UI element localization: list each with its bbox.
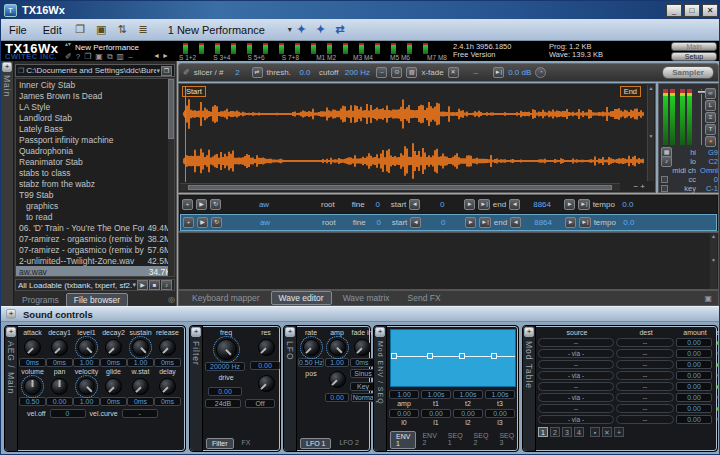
file-list-item[interactable]: 07-ramirez - orgasmico (remix by57.6M (16, 244, 174, 255)
mod-page-3[interactable]: 3 (562, 427, 572, 437)
tempo-value[interactable]: 0.0 (619, 218, 639, 227)
filter-res-knob[interactable] (258, 339, 275, 356)
env-t1-value[interactable]: 1.00s (421, 390, 451, 399)
group-volume-slider[interactable] (701, 89, 702, 145)
expand-mod-table-icon[interactable]: + (524, 327, 534, 337)
open-folder-icon[interactable]: ❐ (72, 23, 89, 36)
mod-amount-value[interactable]: 0.00 (676, 393, 712, 402)
performance-name[interactable]: New Performance (75, 43, 139, 52)
minimize-button[interactable]: _ (666, 4, 682, 17)
performance-selector[interactable]: 1 New Performance (168, 24, 288, 36)
mod-dest-select[interactable]: -- (616, 404, 674, 413)
mod-add-button[interactable]: + (614, 427, 624, 437)
mod-amount-value[interactable]: 0.00 (676, 338, 712, 347)
root-label[interactable]: root (322, 218, 336, 227)
tab-keyboard-mapper[interactable]: Keyboard mapper (185, 292, 267, 304)
start-back-icon[interactable]: ◄ (409, 199, 420, 210)
start-value[interactable]: 0 (424, 218, 462, 227)
prev-icon[interactable]: ◄ (153, 52, 160, 59)
next-icon[interactable]: ► (162, 52, 169, 59)
hi-key-value[interactable]: G9 (698, 148, 718, 157)
mod-curve-icon[interactable]: ✳ (714, 372, 720, 380)
level1-knob[interactable] (78, 339, 95, 356)
envelope-handle[interactable] (491, 353, 497, 359)
setup-button[interactable]: Setup (671, 52, 717, 61)
expand-aeg-icon[interactable]: + (6, 327, 16, 337)
mod-amount-value[interactable]: 0.00 (676, 415, 712, 424)
mod-dest-select[interactable]: -- (616, 338, 674, 347)
file-list-item[interactable]: 2-unlimited--Twilight-Zone.wav42.5M (16, 255, 174, 266)
xfade-value[interactable]: – (463, 68, 489, 77)
start-snap-icon[interactable]: ►| (478, 199, 490, 210)
level1-value[interactable]: 1.00 (73, 358, 100, 367)
file-list-item[interactable]: James Brown Is Dead (16, 90, 174, 101)
cc-checkbox[interactable] (661, 176, 668, 183)
slice-name[interactable]: aw (224, 200, 304, 209)
filter-drive-knob[interactable] (258, 375, 275, 392)
decay2-knob[interactable] (105, 339, 122, 356)
search-icon[interactable]: ◎ (168, 295, 175, 304)
mod-source-select[interactable]: -- (538, 338, 614, 347)
pan-value[interactable]: 0.00 (46, 397, 73, 406)
expand-main-icon[interactable]: + (2, 62, 12, 72)
mod-via-select[interactable]: - via - (538, 371, 614, 380)
slice-apply-button[interactable]: ⇄ (252, 67, 263, 78)
latch-button[interactable]: L (705, 100, 716, 111)
to-end-button[interactable]: ►| (493, 67, 505, 78)
zoom-in-icon[interactable]: + (640, 182, 645, 191)
lo-key-value[interactable]: C2 (698, 157, 718, 166)
grid-button[interactable]: ▨ (406, 67, 417, 78)
mod-via-select[interactable]: - via - (538, 415, 614, 424)
mod-page-1[interactable]: 1 (538, 427, 548, 437)
preview-stop-button[interactable]: ■ (149, 280, 160, 290)
end-snap-icon[interactable]: ►| (579, 217, 591, 228)
waveform-right-channel[interactable] (183, 139, 645, 183)
file-list-scrollbar[interactable] (168, 79, 174, 276)
velocity-knob[interactable] (78, 378, 95, 395)
decay2-value[interactable]: 0ms (100, 358, 127, 367)
filter-mode-select[interactable]: Off (245, 399, 275, 408)
start-back-icon[interactable]: ◄ (410, 217, 421, 228)
detach-icon[interactable]: ▣ (704, 294, 712, 303)
file-list-item[interactable]: T99 Stab (16, 189, 174, 200)
swap-performance-icon[interactable]: ⇄ (335, 23, 344, 36)
mod-dest-select[interactable]: -- (616, 349, 674, 358)
envelope-display[interactable] (390, 329, 516, 387)
wave-editor[interactable]: Start End ▲▼ − + (178, 83, 656, 193)
attack-knob[interactable] (24, 339, 41, 356)
wave-horizontal-scrollbar[interactable] (180, 183, 620, 191)
performance-spinner[interactable]: ▴▾ (65, 42, 71, 46)
mod-dest-select[interactable]: -- (616, 393, 674, 402)
clock-icon[interactable]: ◔ (535, 67, 546, 78)
root-label[interactable]: root (321, 200, 335, 209)
mod-amount-value[interactable]: 0.00 (676, 360, 712, 369)
env-l0-value[interactable]: 0.00 (389, 409, 419, 418)
midi-ch-value[interactable]: Omni (698, 166, 718, 175)
filter-drive-value[interactable]: 0.00 (208, 387, 242, 396)
mod-amount-value[interactable]: 0.00 (676, 382, 712, 391)
file-filter-select[interactable]: All Loadable (txbank, txperf, sf2...) (18, 281, 132, 290)
velocity-value[interactable]: 1.00 (73, 397, 100, 406)
fine-value[interactable]: 0 (368, 200, 388, 209)
tab-filter[interactable]: Filter (206, 438, 234, 449)
file-list-item[interactable]: Landlord Stab (16, 112, 174, 123)
file-list-item[interactable]: Passport infinity machine (16, 134, 174, 145)
end-value[interactable]: 8864 (524, 218, 562, 227)
start-fwd-icon[interactable]: ► (465, 217, 476, 228)
file-list-item[interactable]: 07-ramirez - orgasmico (remix by38.2M (16, 233, 174, 244)
mod-amount-value[interactable]: 0.00 (676, 404, 712, 413)
thresh-value[interactable]: 0.0 (295, 68, 315, 77)
trigger-button[interactable]: T (705, 124, 716, 135)
close-button[interactable]: ✕ (702, 4, 718, 17)
key-checkbox[interactable] (661, 185, 668, 192)
zoom-out-icon[interactable]: − (633, 182, 638, 191)
loop-slice-icon[interactable]: ↻ (210, 199, 221, 210)
volume-value[interactable]: 0.50 (19, 397, 46, 406)
tab-env1[interactable]: ENV 1 (390, 431, 416, 449)
file-list-item[interactable]: Lately Bass (16, 123, 174, 134)
mod-enable-icon[interactable]: ► (714, 405, 720, 412)
tab-seq3[interactable]: SEQ 3 (494, 431, 519, 449)
loop-slice-icon[interactable]: ↻ (211, 217, 222, 228)
file-list-item[interactable]: Reanimator Stab (16, 156, 174, 167)
tab-programs[interactable]: Programs (15, 294, 66, 306)
